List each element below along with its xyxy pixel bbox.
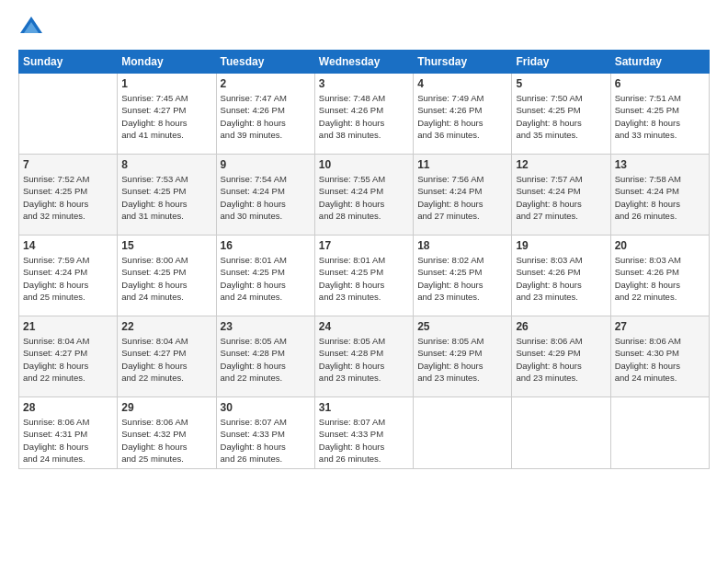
day-number: 27 <box>615 320 705 333</box>
day-number: 23 <box>221 320 311 333</box>
day-info: Sunrise: 8:02 AM Sunset: 4:25 PM Dayligh… <box>417 254 507 303</box>
calendar-cell <box>512 397 610 469</box>
logo <box>18 15 48 40</box>
calendar-cell <box>610 397 709 469</box>
day-number: 1 <box>121 77 211 90</box>
calendar-cell: 17Sunrise: 8:01 AM Sunset: 4:25 PM Dayli… <box>314 236 413 316</box>
calendar-cell: 29Sunrise: 8:06 AM Sunset: 4:32 PM Dayli… <box>118 397 216 469</box>
calendar-cell: 19Sunrise: 8:03 AM Sunset: 4:26 PM Dayli… <box>512 236 610 316</box>
logo-icon <box>18 15 44 40</box>
day-info: Sunrise: 8:03 AM Sunset: 4:26 PM Dayligh… <box>516 254 606 303</box>
calendar-cell: 1Sunrise: 7:45 AM Sunset: 4:27 PM Daylig… <box>118 74 216 155</box>
day-number: 31 <box>319 401 409 414</box>
day-number: 30 <box>221 401 311 414</box>
day-info: Sunrise: 8:04 AM Sunset: 4:27 PM Dayligh… <box>23 335 113 384</box>
day-info: Sunrise: 7:58 AM Sunset: 4:24 PM Dayligh… <box>615 173 705 222</box>
calendar-cell: 2Sunrise: 7:47 AM Sunset: 4:26 PM Daylig… <box>216 74 314 155</box>
day-number: 24 <box>319 320 409 333</box>
day-info: Sunrise: 8:07 AM Sunset: 4:33 PM Dayligh… <box>221 416 311 465</box>
day-number: 19 <box>516 239 606 252</box>
page: SundayMondayTuesdayWednesdayThursdayFrid… <box>0 0 728 563</box>
calendar-cell: 13Sunrise: 7:58 AM Sunset: 4:24 PM Dayli… <box>610 155 709 236</box>
calendar-cell: 18Sunrise: 8:02 AM Sunset: 4:25 PM Dayli… <box>414 236 512 316</box>
day-info: Sunrise: 8:06 AM Sunset: 4:32 PM Dayligh… <box>121 416 211 465</box>
day-info: Sunrise: 7:50 AM Sunset: 4:25 PM Dayligh… <box>516 92 606 141</box>
calendar-day-header: Saturday <box>610 51 709 74</box>
calendar-week-row: 14Sunrise: 7:59 AM Sunset: 4:24 PM Dayli… <box>19 236 710 316</box>
calendar-cell: 3Sunrise: 7:48 AM Sunset: 4:26 PM Daylig… <box>314 74 413 155</box>
day-number: 8 <box>121 158 211 171</box>
day-info: Sunrise: 7:57 AM Sunset: 4:24 PM Dayligh… <box>516 173 606 222</box>
day-info: Sunrise: 8:06 AM Sunset: 4:30 PM Dayligh… <box>615 335 705 384</box>
day-number: 12 <box>516 158 606 171</box>
calendar-day-header: Friday <box>512 51 610 74</box>
day-number: 20 <box>615 239 705 252</box>
calendar-cell: 28Sunrise: 8:06 AM Sunset: 4:31 PM Dayli… <box>19 397 118 469</box>
day-info: Sunrise: 7:47 AM Sunset: 4:26 PM Dayligh… <box>221 92 311 141</box>
calendar-cell <box>19 74 118 155</box>
calendar-cell: 30Sunrise: 8:07 AM Sunset: 4:33 PM Dayli… <box>216 397 314 469</box>
calendar-cell: 27Sunrise: 8:06 AM Sunset: 4:30 PM Dayli… <box>610 316 709 397</box>
day-number: 3 <box>319 77 409 90</box>
calendar-cell: 25Sunrise: 8:05 AM Sunset: 4:29 PM Dayli… <box>414 316 512 397</box>
day-info: Sunrise: 8:03 AM Sunset: 4:26 PM Dayligh… <box>615 254 705 303</box>
day-info: Sunrise: 7:49 AM Sunset: 4:26 PM Dayligh… <box>417 92 507 141</box>
day-info: Sunrise: 8:05 AM Sunset: 4:28 PM Dayligh… <box>319 335 409 384</box>
calendar-cell: 20Sunrise: 8:03 AM Sunset: 4:26 PM Dayli… <box>610 236 709 316</box>
day-number: 9 <box>221 158 311 171</box>
day-number: 18 <box>417 239 507 252</box>
day-info: Sunrise: 7:55 AM Sunset: 4:24 PM Dayligh… <box>319 173 409 222</box>
calendar-day-header: Monday <box>118 51 216 74</box>
calendar-cell: 23Sunrise: 8:05 AM Sunset: 4:28 PM Dayli… <box>216 316 314 397</box>
header <box>18 15 710 40</box>
day-number: 29 <box>121 401 211 414</box>
calendar-week-row: 1Sunrise: 7:45 AM Sunset: 4:27 PM Daylig… <box>19 74 710 155</box>
day-number: 15 <box>121 239 211 252</box>
day-number: 13 <box>615 158 705 171</box>
calendar-cell: 16Sunrise: 8:01 AM Sunset: 4:25 PM Dayli… <box>216 236 314 316</box>
calendar-cell: 26Sunrise: 8:06 AM Sunset: 4:29 PM Dayli… <box>512 316 610 397</box>
day-info: Sunrise: 7:54 AM Sunset: 4:24 PM Dayligh… <box>221 173 311 222</box>
day-number: 2 <box>221 77 311 90</box>
calendar-week-row: 7Sunrise: 7:52 AM Sunset: 4:25 PM Daylig… <box>19 155 710 236</box>
day-number: 6 <box>615 77 705 90</box>
day-info: Sunrise: 7:59 AM Sunset: 4:24 PM Dayligh… <box>23 254 113 303</box>
day-number: 22 <box>121 320 211 333</box>
calendar-cell: 21Sunrise: 8:04 AM Sunset: 4:27 PM Dayli… <box>19 316 118 397</box>
day-info: Sunrise: 7:51 AM Sunset: 4:25 PM Dayligh… <box>615 92 705 141</box>
calendar-day-header: Thursday <box>414 51 512 74</box>
calendar-cell: 12Sunrise: 7:57 AM Sunset: 4:24 PM Dayli… <box>512 155 610 236</box>
day-number: 10 <box>319 158 409 171</box>
day-info: Sunrise: 8:06 AM Sunset: 4:29 PM Dayligh… <box>516 335 606 384</box>
day-info: Sunrise: 8:01 AM Sunset: 4:25 PM Dayligh… <box>221 254 311 303</box>
calendar-cell <box>414 397 512 469</box>
day-number: 25 <box>417 320 507 333</box>
calendar-cell: 9Sunrise: 7:54 AM Sunset: 4:24 PM Daylig… <box>216 155 314 236</box>
day-info: Sunrise: 7:56 AM Sunset: 4:24 PM Dayligh… <box>417 173 507 222</box>
calendar-week-row: 21Sunrise: 8:04 AM Sunset: 4:27 PM Dayli… <box>19 316 710 397</box>
day-info: Sunrise: 7:45 AM Sunset: 4:27 PM Dayligh… <box>121 92 211 141</box>
day-number: 4 <box>417 77 507 90</box>
calendar-table: SundayMondayTuesdayWednesdayThursdayFrid… <box>18 50 710 469</box>
day-info: Sunrise: 7:53 AM Sunset: 4:25 PM Dayligh… <box>121 173 211 222</box>
calendar-cell: 15Sunrise: 8:00 AM Sunset: 4:25 PM Dayli… <box>118 236 216 316</box>
calendar-header-row: SundayMondayTuesdayWednesdayThursdayFrid… <box>19 51 710 74</box>
day-number: 14 <box>23 239 113 252</box>
day-number: 11 <box>417 158 507 171</box>
day-info: Sunrise: 8:05 AM Sunset: 4:29 PM Dayligh… <box>417 335 507 384</box>
calendar-cell: 5Sunrise: 7:50 AM Sunset: 4:25 PM Daylig… <box>512 74 610 155</box>
calendar-cell: 11Sunrise: 7:56 AM Sunset: 4:24 PM Dayli… <box>414 155 512 236</box>
day-info: Sunrise: 8:07 AM Sunset: 4:33 PM Dayligh… <box>319 416 409 465</box>
calendar-day-header: Tuesday <box>216 51 314 74</box>
calendar-cell: 6Sunrise: 7:51 AM Sunset: 4:25 PM Daylig… <box>610 74 709 155</box>
calendar-cell: 8Sunrise: 7:53 AM Sunset: 4:25 PM Daylig… <box>118 155 216 236</box>
day-info: Sunrise: 7:52 AM Sunset: 4:25 PM Dayligh… <box>23 173 113 222</box>
calendar-cell: 10Sunrise: 7:55 AM Sunset: 4:24 PM Dayli… <box>314 155 413 236</box>
day-number: 5 <box>516 77 606 90</box>
day-info: Sunrise: 7:48 AM Sunset: 4:26 PM Dayligh… <box>319 92 409 141</box>
day-info: Sunrise: 8:05 AM Sunset: 4:28 PM Dayligh… <box>221 335 311 384</box>
day-info: Sunrise: 8:04 AM Sunset: 4:27 PM Dayligh… <box>121 335 211 384</box>
calendar-cell: 24Sunrise: 8:05 AM Sunset: 4:28 PM Dayli… <box>314 316 413 397</box>
day-number: 17 <box>319 239 409 252</box>
day-number: 28 <box>23 401 113 414</box>
